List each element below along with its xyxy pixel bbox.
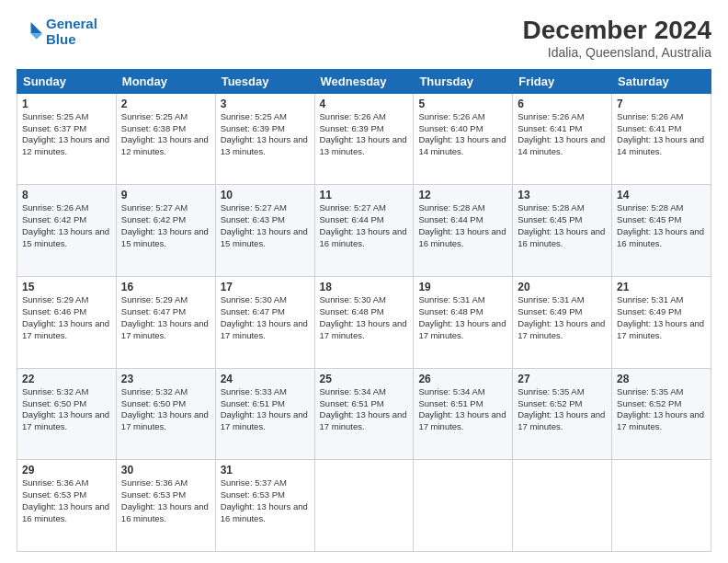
calendar-cell: 1 Sunrise: 5:25 AMSunset: 6:37 PMDayligh… xyxy=(17,93,117,185)
calendar-day-header: Thursday xyxy=(414,69,513,93)
day-number: 15 xyxy=(22,281,111,293)
day-info: Sunrise: 5:34 AMSunset: 6:51 PMDaylight:… xyxy=(418,386,507,433)
calendar-cell: 20 Sunrise: 5:31 AMSunset: 6:49 PMDaylig… xyxy=(513,277,612,369)
calendar-header-row: SundayMondayTuesdayWednesdayThursdayFrid… xyxy=(17,69,711,93)
day-info: Sunrise: 5:31 AMSunset: 6:49 PMDaylight:… xyxy=(617,294,706,341)
page-title: December 2024 xyxy=(523,17,711,45)
day-info: Sunrise: 5:28 AMSunset: 6:45 PMDaylight:… xyxy=(617,202,706,249)
page-subtitle: Idalia, Queensland, Australia xyxy=(523,45,711,60)
day-info: Sunrise: 5:29 AMSunset: 6:47 PMDaylight:… xyxy=(121,294,210,341)
calendar-cell: 4 Sunrise: 5:26 AMSunset: 6:39 PMDayligh… xyxy=(314,93,414,185)
page: General Blue December 2024 Idalia, Queen… xyxy=(0,0,728,563)
calendar-cell: 2 Sunrise: 5:25 AMSunset: 6:38 PMDayligh… xyxy=(116,93,215,185)
day-info: Sunrise: 5:27 AMSunset: 6:42 PMDaylight:… xyxy=(121,202,210,249)
calendar-cell: 6 Sunrise: 5:26 AMSunset: 6:41 PMDayligh… xyxy=(513,93,612,185)
day-info: Sunrise: 5:31 AMSunset: 6:49 PMDaylight:… xyxy=(518,294,607,341)
calendar-cell: 7 Sunrise: 5:26 AMSunset: 6:41 PMDayligh… xyxy=(612,93,711,185)
day-number: 2 xyxy=(121,98,210,110)
svg-marker-0 xyxy=(31,22,42,33)
svg-marker-1 xyxy=(31,33,42,39)
calendar-cell: 30 Sunrise: 5:36 AMSunset: 6:53 PMDaylig… xyxy=(116,460,215,552)
day-number: 22 xyxy=(22,373,111,385)
calendar-week-row: 15 Sunrise: 5:29 AMSunset: 6:46 PMDaylig… xyxy=(17,277,711,369)
day-info: Sunrise: 5:29 AMSunset: 6:46 PMDaylight:… xyxy=(22,294,111,341)
calendar-week-row: 29 Sunrise: 5:36 AMSunset: 6:53 PMDaylig… xyxy=(17,460,711,552)
day-info: Sunrise: 5:30 AMSunset: 6:47 PMDaylight:… xyxy=(221,294,310,341)
calendar-cell: 8 Sunrise: 5:26 AMSunset: 6:42 PMDayligh… xyxy=(17,185,117,277)
day-info: Sunrise: 5:34 AMSunset: 6:51 PMDaylight:… xyxy=(320,386,409,433)
day-number: 21 xyxy=(617,281,706,293)
calendar-day-header: Wednesday xyxy=(314,69,414,93)
day-info: Sunrise: 5:35 AMSunset: 6:52 PMDaylight:… xyxy=(617,386,706,433)
calendar-cell: 23 Sunrise: 5:32 AMSunset: 6:50 PMDaylig… xyxy=(116,368,215,460)
day-number: 14 xyxy=(617,189,706,201)
day-number: 23 xyxy=(121,373,210,385)
day-number: 30 xyxy=(121,464,210,477)
day-info: Sunrise: 5:37 AMSunset: 6:53 PMDaylight:… xyxy=(221,477,310,524)
day-number: 1 xyxy=(22,98,111,110)
day-info: Sunrise: 5:25 AMSunset: 6:37 PMDaylight:… xyxy=(22,111,111,158)
calendar-day-header: Tuesday xyxy=(215,69,314,93)
day-info: Sunrise: 5:27 AMSunset: 6:43 PMDaylight:… xyxy=(221,202,310,249)
calendar-week-row: 8 Sunrise: 5:26 AMSunset: 6:42 PMDayligh… xyxy=(17,185,711,277)
day-info: Sunrise: 5:28 AMSunset: 6:44 PMDaylight:… xyxy=(418,202,507,249)
calendar-cell: 18 Sunrise: 5:30 AMSunset: 6:48 PMDaylig… xyxy=(314,277,414,369)
calendar-cell: 26 Sunrise: 5:34 AMSunset: 6:51 PMDaylig… xyxy=(414,368,513,460)
calendar-cell: 25 Sunrise: 5:34 AMSunset: 6:51 PMDaylig… xyxy=(314,368,414,460)
calendar-cell: 22 Sunrise: 5:32 AMSunset: 6:50 PMDaylig… xyxy=(17,368,117,460)
calendar-cell: 17 Sunrise: 5:30 AMSunset: 6:47 PMDaylig… xyxy=(215,277,314,369)
day-number: 20 xyxy=(518,281,607,293)
day-info: Sunrise: 5:26 AMSunset: 6:40 PMDaylight:… xyxy=(418,111,507,158)
calendar-cell: 16 Sunrise: 5:29 AMSunset: 6:47 PMDaylig… xyxy=(116,277,215,369)
calendar-cell xyxy=(612,460,711,552)
day-info: Sunrise: 5:27 AMSunset: 6:44 PMDaylight:… xyxy=(320,202,409,249)
day-number: 12 xyxy=(418,189,507,201)
calendar-table: SundayMondayTuesdayWednesdayThursdayFrid… xyxy=(17,69,711,552)
calendar-cell: 27 Sunrise: 5:35 AMSunset: 6:52 PMDaylig… xyxy=(513,368,612,460)
logo-icon xyxy=(17,19,42,45)
day-number: 18 xyxy=(320,281,409,293)
calendar-cell: 24 Sunrise: 5:33 AMSunset: 6:51 PMDaylig… xyxy=(215,368,314,460)
calendar-cell: 3 Sunrise: 5:25 AMSunset: 6:39 PMDayligh… xyxy=(215,93,314,185)
calendar-cell: 13 Sunrise: 5:28 AMSunset: 6:45 PMDaylig… xyxy=(513,185,612,277)
day-number: 9 xyxy=(121,189,210,201)
day-number: 5 xyxy=(418,98,507,110)
title-block: December 2024 Idalia, Queensland, Austra… xyxy=(523,17,711,60)
calendar-cell: 9 Sunrise: 5:27 AMSunset: 6:42 PMDayligh… xyxy=(116,185,215,277)
day-number: 29 xyxy=(22,464,111,477)
calendar-cell: 19 Sunrise: 5:31 AMSunset: 6:48 PMDaylig… xyxy=(414,277,513,369)
day-number: 16 xyxy=(121,281,210,293)
day-number: 7 xyxy=(617,98,706,110)
calendar-cell: 15 Sunrise: 5:29 AMSunset: 6:46 PMDaylig… xyxy=(17,277,117,369)
day-info: Sunrise: 5:25 AMSunset: 6:39 PMDaylight:… xyxy=(221,111,310,158)
day-info: Sunrise: 5:31 AMSunset: 6:48 PMDaylight:… xyxy=(418,294,507,341)
day-number: 13 xyxy=(518,189,607,201)
calendar-cell: 12 Sunrise: 5:28 AMSunset: 6:44 PMDaylig… xyxy=(414,185,513,277)
calendar-cell xyxy=(314,460,414,552)
day-number: 17 xyxy=(221,281,310,293)
day-number: 8 xyxy=(22,189,111,201)
day-info: Sunrise: 5:36 AMSunset: 6:53 PMDaylight:… xyxy=(121,477,210,524)
day-info: Sunrise: 5:32 AMSunset: 6:50 PMDaylight:… xyxy=(22,386,111,433)
calendar-cell: 10 Sunrise: 5:27 AMSunset: 6:43 PMDaylig… xyxy=(215,185,314,277)
calendar-cell: 5 Sunrise: 5:26 AMSunset: 6:40 PMDayligh… xyxy=(414,93,513,185)
calendar-cell: 28 Sunrise: 5:35 AMSunset: 6:52 PMDaylig… xyxy=(612,368,711,460)
calendar-day-header: Monday xyxy=(116,69,215,93)
day-info: Sunrise: 5:25 AMSunset: 6:38 PMDaylight:… xyxy=(121,111,210,158)
day-number: 4 xyxy=(320,98,409,110)
day-info: Sunrise: 5:26 AMSunset: 6:39 PMDaylight:… xyxy=(320,111,409,158)
day-number: 25 xyxy=(320,373,409,385)
logo: General Blue xyxy=(17,17,97,47)
calendar-cell: 11 Sunrise: 5:27 AMSunset: 6:44 PMDaylig… xyxy=(314,185,414,277)
day-number: 10 xyxy=(221,189,310,201)
day-info: Sunrise: 5:28 AMSunset: 6:45 PMDaylight:… xyxy=(518,202,607,249)
day-info: Sunrise: 5:36 AMSunset: 6:53 PMDaylight:… xyxy=(22,477,111,524)
day-info: Sunrise: 5:26 AMSunset: 6:41 PMDaylight:… xyxy=(518,111,607,158)
calendar-cell: 21 Sunrise: 5:31 AMSunset: 6:49 PMDaylig… xyxy=(612,277,711,369)
calendar-cell: 14 Sunrise: 5:28 AMSunset: 6:45 PMDaylig… xyxy=(612,185,711,277)
calendar-cell: 31 Sunrise: 5:37 AMSunset: 6:53 PMDaylig… xyxy=(215,460,314,552)
calendar-week-row: 1 Sunrise: 5:25 AMSunset: 6:37 PMDayligh… xyxy=(17,93,711,185)
day-info: Sunrise: 5:26 AMSunset: 6:41 PMDaylight:… xyxy=(617,111,706,158)
calendar-week-row: 22 Sunrise: 5:32 AMSunset: 6:50 PMDaylig… xyxy=(17,368,711,460)
day-number: 31 xyxy=(221,464,310,477)
